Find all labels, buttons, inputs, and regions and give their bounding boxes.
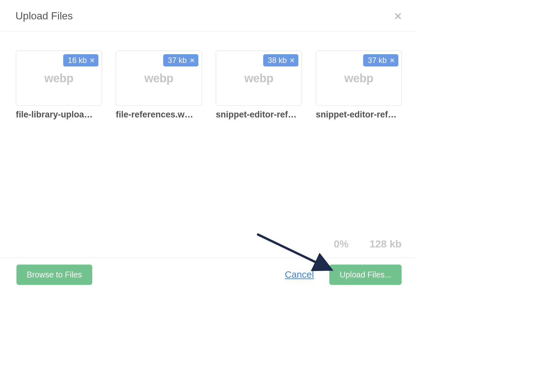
browse-button[interactable]: Browse to Files — [16, 265, 92, 285]
file-thumbnail[interactable]: 37 kb webp — [116, 51, 202, 106]
file-type-label: webp — [244, 72, 273, 85]
upload-percent: 0% — [334, 238, 349, 250]
size-badge: 38 kb — [263, 54, 298, 66]
dialog-header: Upload Files — [1, 1, 417, 31]
size-badge: 37 kb — [163, 54, 198, 66]
remove-file-icon[interactable] — [289, 57, 295, 63]
file-size: 38 kb — [268, 56, 287, 65]
file-card: 38 kb webp snippet-editor-ref… — [216, 51, 302, 120]
file-thumbnail[interactable]: 38 kb webp — [216, 51, 302, 106]
file-thumbnail[interactable]: 37 kb webp — [316, 51, 402, 106]
status-row: 0% 128 kb — [1, 238, 417, 258]
file-grid: 16 kb webp file-library-uploa… 37 kb — [1, 31, 417, 120]
size-badge: 37 kb — [363, 54, 398, 66]
file-type-label: webp — [44, 72, 73, 85]
file-type-label: webp — [144, 72, 173, 85]
footer-right: Cancel Upload Files... — [285, 265, 402, 285]
file-card: 37 kb webp snippet-editor-ref… — [316, 51, 402, 120]
dialog-footer: Browse to Files Cancel Upload Files... — [1, 265, 417, 285]
remove-file-icon[interactable] — [189, 57, 195, 63]
close-icon[interactable] — [394, 12, 403, 21]
file-card: 37 kb webp file-references.w… — [116, 51, 202, 120]
file-card: 16 kb webp file-library-uploa… — [16, 51, 102, 120]
file-thumbnail[interactable]: 16 kb webp — [16, 51, 102, 106]
file-size: 16 kb — [68, 56, 87, 65]
file-name: file-library-uploa… — [16, 110, 102, 120]
total-size: 128 kb — [369, 238, 402, 250]
file-size: 37 kb — [168, 56, 187, 65]
file-type-label: webp — [344, 72, 373, 85]
cancel-link[interactable]: Cancel — [285, 269, 314, 280]
remove-file-icon[interactable] — [89, 57, 95, 63]
file-name: snippet-editor-ref… — [316, 110, 402, 120]
remove-file-icon[interactable] — [389, 57, 395, 63]
size-badge: 16 kb — [63, 54, 98, 66]
file-name: file-references.w… — [116, 110, 202, 120]
dialog-title: Upload Files — [15, 10, 73, 22]
upload-button[interactable]: Upload Files... — [329, 265, 402, 285]
upload-dialog: Upload Files 16 kb webp file-library-upl… — [1, 1, 417, 120]
file-name: snippet-editor-ref… — [216, 110, 302, 120]
file-size: 37 kb — [368, 56, 387, 65]
